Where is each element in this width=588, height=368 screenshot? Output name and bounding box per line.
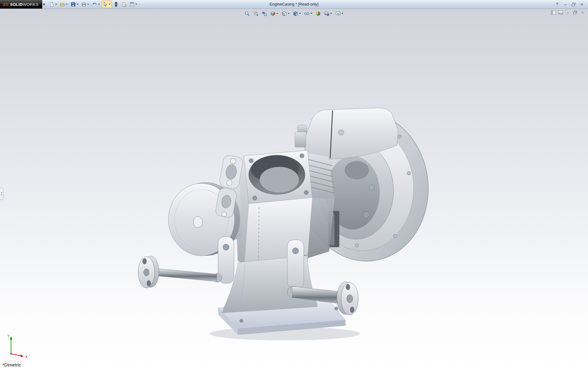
window-controls: ? – × xyxy=(554,1,588,7)
print-button[interactable] xyxy=(80,1,90,8)
document-close-button[interactable]: × xyxy=(580,10,585,15)
brand-text: SOLIDWORKS xyxy=(10,2,39,6)
dropdown-arrow-icon[interactable] xyxy=(55,4,57,5)
rebuild-stoplight-icon xyxy=(114,2,119,7)
previous-view-button[interactable] xyxy=(261,10,268,17)
previous-view-icon xyxy=(262,11,267,16)
undo-icon xyxy=(92,2,97,7)
apply-scene-icon xyxy=(324,11,330,16)
x-axis-arrow xyxy=(11,354,21,356)
dropdown-arrow-icon[interactable] xyxy=(288,13,290,14)
display-pane-icon xyxy=(551,10,556,14)
open-folder-icon xyxy=(60,2,65,7)
dropdown-arrow-icon[interactable] xyxy=(330,13,332,14)
zoom-to-area-button[interactable] xyxy=(252,10,260,17)
document-restore-button[interactable] xyxy=(573,10,578,15)
dropdown-arrow-icon[interactable] xyxy=(66,4,68,5)
graphics-area[interactable]: – × Y X *Dimetric xyxy=(0,9,588,368)
apply-scene-button[interactable] xyxy=(323,10,334,17)
close-button[interactable]: × xyxy=(579,1,585,7)
dropdown-arrow-icon[interactable] xyxy=(109,4,111,5)
display-style-cube-icon xyxy=(293,11,298,16)
brand-bold: SOLID xyxy=(10,2,23,7)
edit-appearance-button[interactable] xyxy=(315,10,322,17)
z-axis-origin xyxy=(10,353,12,355)
edit-appearance-ball-icon xyxy=(316,11,321,16)
left-mounting-rod xyxy=(138,256,222,288)
options-icon xyxy=(130,2,134,7)
help-button[interactable]: ? xyxy=(554,1,560,7)
x-axis-label: X xyxy=(25,355,28,359)
titlebar: ЗS SOLIDWORKS xyxy=(0,0,588,9)
view-orientation-cube-icon xyxy=(282,11,287,16)
view-settings-icon xyxy=(336,11,341,16)
right-mounting-lug xyxy=(287,240,304,288)
select-cursor-icon xyxy=(103,2,108,7)
dropdown-arrow-icon[interactable] xyxy=(277,13,278,14)
select-button[interactable] xyxy=(102,1,112,8)
section-view-icon xyxy=(270,11,276,16)
dropdown-arrow-icon[interactable] xyxy=(299,13,301,14)
save-button[interactable] xyxy=(70,1,80,8)
document-minimize-button[interactable]: – xyxy=(565,10,570,15)
view-settings-button[interactable] xyxy=(334,10,345,17)
view-orientation-button[interactable] xyxy=(281,10,291,17)
undo-button[interactable] xyxy=(91,1,101,8)
hide-show-items-glasses-icon xyxy=(304,11,310,16)
y-axis-label: Y xyxy=(7,334,10,338)
open-button[interactable] xyxy=(59,1,69,8)
heads-up-view-toolbar xyxy=(243,10,345,17)
zoom-to-area-icon xyxy=(253,11,258,16)
file-properties-button[interactable] xyxy=(120,1,128,8)
reference-triad: Y X xyxy=(2,333,31,361)
rebuild-button[interactable] xyxy=(112,1,120,8)
new-document-icon xyxy=(49,2,54,7)
save-icon xyxy=(71,2,76,7)
minimize-button[interactable]: – xyxy=(562,1,568,7)
hide-show-items-button[interactable] xyxy=(303,10,314,17)
document-restore-icon xyxy=(573,11,577,14)
options-button[interactable] xyxy=(128,1,138,8)
zoom-to-fit-button[interactable] xyxy=(243,10,251,17)
featuremanager-collapsed-handle[interactable] xyxy=(0,188,3,200)
engine-casing-model[interactable] xyxy=(0,9,588,368)
brand-regular: WORKS xyxy=(23,2,38,7)
section-view-button[interactable] xyxy=(269,10,280,17)
dropdown-arrow-icon[interactable] xyxy=(135,4,137,5)
task-pane-icon xyxy=(558,10,563,14)
dropdown-arrow-icon[interactable] xyxy=(77,4,78,5)
view-orientation-label: *Dimetric xyxy=(2,362,21,367)
solidworks-logo-icon: ЗS xyxy=(2,2,9,7)
document-window-controls: – × xyxy=(551,10,585,15)
new-document-button[interactable] xyxy=(48,1,58,8)
display-style-button[interactable] xyxy=(292,10,302,17)
menu-flyout-arrow-icon[interactable] xyxy=(43,3,45,6)
dropdown-arrow-icon[interactable] xyxy=(311,13,312,14)
restore-button[interactable] xyxy=(571,1,577,7)
zoom-to-fit-icon xyxy=(245,11,250,16)
display-pane-toggle-button[interactable] xyxy=(551,10,556,15)
dropdown-arrow-icon[interactable] xyxy=(342,13,344,14)
file-properties-icon xyxy=(122,2,126,7)
standard-toolbar xyxy=(48,1,138,8)
dropdown-arrow-icon[interactable] xyxy=(98,4,100,5)
solidworks-logo[interactable]: ЗS SOLIDWORKS xyxy=(0,0,42,9)
restore-icon xyxy=(572,3,575,6)
task-pane-toggle-button[interactable] xyxy=(558,10,563,15)
print-icon xyxy=(81,2,86,7)
dropdown-arrow-icon[interactable] xyxy=(87,4,89,5)
